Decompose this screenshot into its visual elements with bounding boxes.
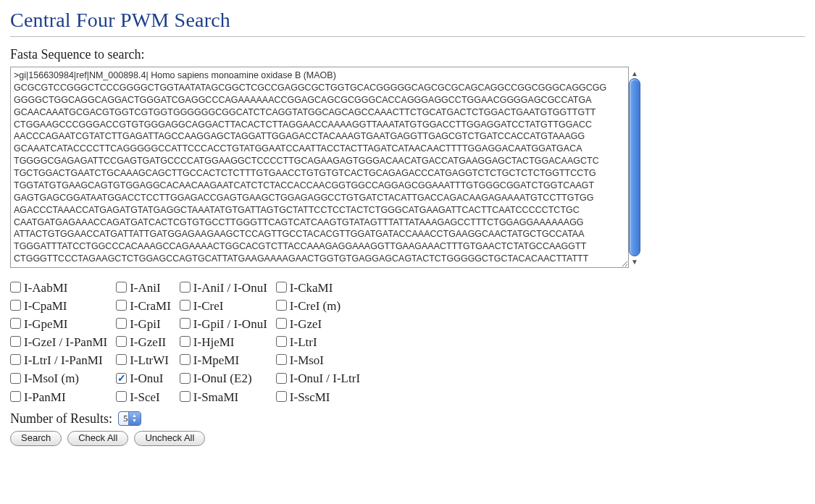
checkbox-i-gzei-i-panmi[interactable]: I-GzeI / I-PanMI	[10, 335, 107, 349]
checkbox-grid: I-AabMII-AniII-AniI / I-OnuII-CkaMII-Cpa…	[10, 280, 369, 407]
checkbox-box-icon[interactable]	[180, 336, 191, 347]
checkbox-box-icon[interactable]	[180, 391, 191, 402]
fasta-textarea-wrap: ▲ ▼	[10, 67, 640, 272]
checkbox-i-gzeii[interactable]: I-GzeII	[116, 335, 166, 349]
checkbox-box-icon[interactable]	[116, 300, 127, 311]
fasta-textarea[interactable]	[10, 67, 629, 268]
checkbox-i-onui[interactable]: I-OnuI	[116, 371, 163, 385]
checkbox-label: I-SmaMI	[193, 390, 238, 404]
select-updown-icon: ▲▼	[128, 412, 141, 425]
divider	[10, 36, 805, 37]
checkbox-box-icon[interactable]	[276, 300, 287, 311]
page-title: Central Four PWM Search	[10, 9, 805, 32]
checkbox-box-icon[interactable]	[10, 318, 21, 329]
results-select-value: 5	[123, 412, 128, 425]
checkbox-box-icon[interactable]	[180, 282, 191, 293]
checkbox-i-onui-e2-[interactable]: I-OnuI (E2)	[180, 371, 252, 385]
checkbox-label: I-MpeMI	[193, 353, 239, 367]
checkbox-i-cpami[interactable]: I-CpaMI	[10, 299, 67, 313]
checkbox-label: I-AniI	[130, 281, 160, 295]
checkbox-i-gzei[interactable]: I-GzeI	[276, 317, 322, 331]
checkbox-label: I-OnuI / I-LtrI	[290, 371, 360, 385]
results-select[interactable]: 5 ▲▼	[118, 411, 141, 426]
checkbox-label: I-OnuI (E2)	[193, 371, 252, 385]
check-all-button[interactable]: Check All	[67, 431, 128, 446]
checkbox-i-crei[interactable]: I-CreI	[180, 299, 224, 313]
checkbox-i-gpii-i-onui[interactable]: I-GpiI / I-OnuI	[180, 317, 267, 331]
checkbox-box-icon[interactable]	[10, 300, 21, 311]
checkbox-box-icon[interactable]	[180, 373, 191, 384]
checkbox-i-scei[interactable]: I-SceI	[116, 390, 160, 404]
checkbox-i-crami[interactable]: I-CraMI	[116, 299, 171, 313]
results-label: Number of Results:	[10, 411, 112, 427]
checkbox-label: I-AniI / I-OnuI	[193, 281, 267, 295]
checkbox-label: I-SscMI	[290, 390, 330, 404]
checkbox-box-icon[interactable]	[10, 373, 21, 384]
checkbox-label: I-CkaMI	[290, 281, 333, 295]
checkbox-label: I-CpaMI	[24, 299, 67, 313]
checkbox-label: I-OnuI	[130, 371, 163, 385]
checkbox-box-icon[interactable]	[116, 354, 127, 365]
checkbox-i-anii-i-onui[interactable]: I-AniI / I-OnuI	[180, 281, 267, 295]
checkbox-box-icon[interactable]	[180, 318, 191, 329]
checkbox-i-ltri[interactable]: I-LtrI	[276, 335, 317, 349]
checkbox-box-icon[interactable]	[276, 336, 287, 347]
checkbox-label: I-GzeI	[290, 317, 322, 331]
checkbox-label: I-LtrI / I-PanMI	[24, 353, 103, 367]
checkbox-label: I-LtrWI	[130, 353, 169, 367]
checkbox-label: I-GpiI	[130, 317, 160, 331]
checkbox-label: I-CreI	[193, 299, 224, 313]
scroll-thumb[interactable]	[629, 78, 640, 256]
checkbox-label: I-LtrI	[290, 335, 317, 349]
checkbox-i-mpemi[interactable]: I-MpeMI	[180, 353, 239, 367]
checkbox-i-msoi[interactable]: I-MsoI	[276, 353, 324, 367]
scroll-up-arrow-icon[interactable]: ▲	[629, 68, 640, 78]
checkbox-i-smami[interactable]: I-SmaMI	[180, 390, 238, 404]
checkbox-i-sscmi[interactable]: I-SscMI	[276, 390, 330, 404]
checkbox-box-icon[interactable]	[276, 391, 287, 402]
checkbox-label: I-CreI (m)	[290, 299, 340, 313]
checkbox-box-icon[interactable]	[276, 282, 287, 293]
checkbox-i-ltrwi[interactable]: I-LtrWI	[116, 353, 169, 367]
checkbox-label: I-MsoI (m)	[24, 371, 79, 385]
checkbox-i-panmi[interactable]: I-PanMI	[10, 390, 66, 404]
checkbox-label: I-GzeI / I-PanMI	[24, 335, 107, 349]
checkbox-box-icon[interactable]	[10, 391, 21, 402]
checkbox-box-icon[interactable]	[276, 373, 287, 384]
uncheck-all-button[interactable]: Uncheck All	[134, 431, 205, 446]
checkbox-label: I-HjeMI	[193, 335, 235, 349]
checkbox-label: I-CraMI	[130, 299, 171, 313]
checkbox-label: I-AabMI	[24, 281, 67, 295]
checkbox-box-icon[interactable]	[116, 282, 127, 293]
checkbox-label: I-SceI	[130, 390, 160, 404]
checkbox-box-icon[interactable]	[116, 318, 127, 329]
search-button[interactable]: Search	[10, 431, 62, 446]
checkbox-i-hjemi[interactable]: I-HjeMI	[180, 335, 235, 349]
checkbox-i-anii[interactable]: I-AniI	[116, 281, 160, 295]
checkbox-label: I-GzeII	[130, 335, 166, 349]
checkbox-box-icon[interactable]	[10, 282, 21, 293]
checkbox-i-ltri-i-panmi[interactable]: I-LtrI / I-PanMI	[10, 353, 103, 367]
checkbox-box-icon[interactable]	[180, 354, 191, 365]
checkbox-box-icon[interactable]	[116, 373, 127, 384]
checkbox-i-gpemi[interactable]: I-GpeMI	[10, 317, 67, 331]
checkbox-i-msoi-m-[interactable]: I-MsoI (m)	[10, 371, 79, 385]
checkbox-label: I-GpeMI	[24, 317, 67, 331]
textarea-scrollbar[interactable]: ▲ ▼	[629, 68, 640, 266]
checkbox-box-icon[interactable]	[10, 354, 21, 365]
checkbox-box-icon[interactable]	[276, 354, 287, 365]
checkbox-box-icon[interactable]	[10, 336, 21, 347]
fasta-label: Fasta Sequence to search:	[10, 47, 805, 62]
scroll-down-arrow-icon[interactable]: ▼	[629, 256, 640, 266]
checkbox-i-gpii[interactable]: I-GpiI	[116, 317, 160, 331]
checkbox-box-icon[interactable]	[276, 318, 287, 329]
checkbox-i-aabmi[interactable]: I-AabMI	[10, 281, 67, 295]
checkbox-box-icon[interactable]	[180, 300, 191, 311]
checkbox-i-onui-i-ltri[interactable]: I-OnuI / I-LtrI	[276, 371, 360, 385]
checkbox-i-crei-m-[interactable]: I-CreI (m)	[276, 299, 340, 313]
checkbox-label: I-PanMI	[24, 390, 66, 404]
checkbox-label: I-MsoI	[290, 353, 324, 367]
checkbox-box-icon[interactable]	[116, 391, 127, 402]
checkbox-box-icon[interactable]	[116, 336, 127, 347]
checkbox-i-ckami[interactable]: I-CkaMI	[276, 281, 333, 295]
